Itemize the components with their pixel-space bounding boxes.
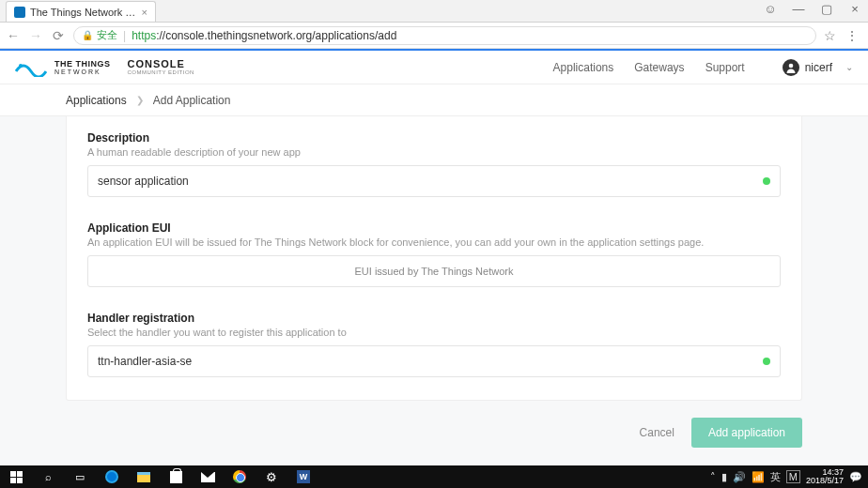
user-menu[interactable]: nicerf ⌄ [783, 59, 853, 76]
chevron-right-icon: ❯ [136, 95, 144, 105]
tab-favicon [14, 7, 25, 18]
breadcrumb-root[interactable]: Applications [66, 94, 127, 107]
clock-date: 2018/5/17 [806, 477, 844, 485]
start-button[interactable] [0, 465, 32, 488]
nav-forward-icon: → [28, 28, 43, 43]
handler-label: Handler registration [87, 312, 781, 325]
tray-wifi-icon[interactable]: 📶 [752, 471, 765, 483]
url-path: ://console.thethingsnetwork.org/applicat… [156, 29, 396, 42]
description-field: Description A human readable description… [87, 131, 781, 197]
chrome-icon[interactable] [224, 465, 256, 488]
wave-icon [15, 58, 47, 77]
breadcrumb-current: Add Application [153, 94, 231, 107]
description-label: Description [87, 131, 781, 145]
form-actions: Cancel Add application [66, 418, 802, 448]
tab-close-icon[interactable]: × [142, 7, 147, 18]
mail-icon[interactable] [192, 465, 224, 488]
description-input[interactable] [98, 175, 770, 188]
valid-indicator-icon [763, 177, 770, 185]
task-view-icon[interactable]: ▭ [64, 465, 96, 488]
description-help: A human readable description of your new… [87, 146, 781, 158]
taskbar-clock[interactable]: 14:37 2018/5/17 [806, 468, 844, 485]
taskbar-search-icon[interactable]: ⌕ [32, 465, 64, 488]
handler-field: Handler registration Select the handler … [87, 312, 781, 377]
window-minimize-icon[interactable]: — [791, 2, 806, 16]
cancel-button[interactable]: Cancel [640, 426, 674, 439]
app-header: THE THINGS NETWORK CONSOLE COMMUNITY EDI… [0, 51, 868, 84]
form-card: Description A human readable description… [66, 116, 802, 401]
svg-point-0 [19, 64, 23, 68]
valid-indicator-icon [763, 358, 770, 365]
nav-back-icon[interactable]: ← [6, 28, 21, 43]
edge-icon[interactable] [96, 465, 128, 488]
brand-line1: THE THINGS [54, 60, 111, 69]
footer-note: You are the network. Let's build this th… [0, 465, 868, 465]
url-field[interactable]: 🔒 安全 | https://console.thethingsnetwork.… [73, 26, 816, 45]
eui-help: An application EUI will be issued for Th… [87, 236, 781, 248]
word-icon[interactable]: W [287, 465, 319, 488]
console-title: CONSOLE [128, 59, 194, 69]
lock-icon: 🔒 [82, 30, 93, 40]
browser-tab-bar: The Things Network Co × ☺ — ▢ × [0, 0, 868, 23]
tray-chevron-icon[interactable]: ˄ [710, 471, 716, 483]
add-application-button[interactable]: Add application [691, 418, 802, 448]
file-explorer-icon[interactable] [128, 465, 160, 488]
bookmark-star-icon[interactable]: ☆ [824, 28, 836, 43]
brand-line2: NETWORK [54, 69, 111, 75]
nav-support[interactable]: Support [705, 61, 745, 74]
handler-select[interactable]: ttn-handler-asia-se [87, 345, 781, 377]
browser-url-bar: ← → ⟳ 🔒 安全 | https://console.thethingsne… [0, 23, 868, 49]
svg-point-1 [788, 63, 793, 68]
handler-value: ttn-handler-asia-se [98, 355, 192, 368]
page-body: Description A human readable description… [0, 116, 868, 465]
url-protocol: https [132, 29, 156, 42]
avatar-icon [783, 59, 799, 76]
breadcrumb: Applications ❯ Add Application [0, 84, 868, 116]
tray-network-icon[interactable]: ▮ [721, 471, 727, 483]
eui-readonly-box: EUI issued by The Things Network [87, 255, 781, 287]
nav-applications[interactable]: Applications [553, 61, 614, 74]
browser-menu-icon[interactable]: ⋮ [845, 28, 859, 43]
eui-field: Application EUI An application EUI will … [87, 221, 781, 287]
console-subtitle: COMMUNITY EDITION [128, 69, 194, 75]
user-name: nicerf [805, 61, 832, 74]
handler-help: Select the handler you want to register … [87, 327, 781, 338]
tray-volume-icon[interactable]: 🔊 [733, 471, 746, 483]
secure-label: 安全 [97, 28, 117, 42]
brand-logo[interactable]: THE THINGS NETWORK CONSOLE COMMUNITY EDI… [15, 58, 194, 77]
nav-reload-icon[interactable]: ⟳ [51, 28, 66, 43]
eui-label: Application EUI [87, 221, 781, 235]
browser-tab[interactable]: The Things Network Co × [6, 1, 156, 22]
profile-icon[interactable]: ☺ [763, 2, 778, 16]
window-maximize-icon[interactable]: ▢ [819, 2, 834, 16]
ime-lang[interactable]: 英 [770, 470, 781, 484]
nav-gateways[interactable]: Gateways [634, 61, 684, 74]
settings-gear-icon[interactable]: ⚙ [256, 465, 287, 488]
store-icon[interactable] [160, 465, 192, 488]
window-close-icon[interactable]: × [847, 2, 862, 16]
description-input-wrap [87, 165, 781, 197]
chevron-down-icon: ⌄ [845, 62, 853, 72]
notifications-icon[interactable]: 💬 [849, 471, 862, 483]
windows-taskbar: ⌕ ▭ ⚙ W ˄ ▮ 🔊 📶 英 M 14:37 2018/5/17 💬 [0, 465, 868, 488]
footer-link[interactable]: The Things Network [504, 465, 588, 465]
tab-title: The Things Network Co [30, 7, 136, 18]
ime-mode[interactable]: M [786, 470, 800, 483]
